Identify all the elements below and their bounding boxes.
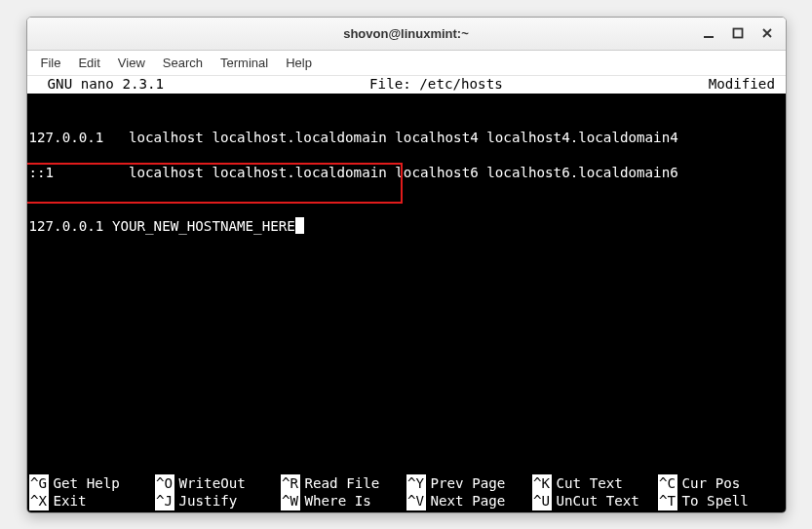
- menubar: File Edit View Search Terminal Help: [27, 51, 786, 76]
- shortcut-uncut-text: ^UUnCut Text: [532, 492, 658, 510]
- shortcut-cut-text: ^KCut Text: [532, 474, 658, 492]
- window-title: shovon@linuxmint:~: [27, 26, 786, 41]
- menu-view[interactable]: View: [110, 53, 153, 73]
- maximize-button[interactable]: [725, 22, 751, 44]
- shortcut-cur-pos: ^CCur Pos: [658, 474, 784, 492]
- menu-help[interactable]: Help: [278, 53, 320, 73]
- svg-rect-0: [704, 36, 714, 38]
- nano-content[interactable]: 127.0.0.1 localhost localhost.localdomai…: [27, 94, 786, 288]
- svg-rect-1: [733, 29, 742, 38]
- text-cursor: [295, 217, 304, 234]
- titlebar: shovon@linuxmint:~: [27, 18, 786, 51]
- menu-search[interactable]: Search: [155, 53, 211, 73]
- nano-version: GNU nano 2.3.1: [27, 76, 165, 94]
- nano-shortcuts: ^GGet Help ^OWriteOut ^RRead File ^YPrev…: [27, 474, 786, 511]
- menu-file[interactable]: File: [33, 53, 69, 73]
- editor-line: 127.0.0.1 YOUR_NEW_HOSTNAME_HERE: [29, 217, 784, 235]
- shortcut-justify: ^JJustify: [155, 492, 281, 510]
- shortcut-next-page: ^VNext Page: [406, 492, 532, 510]
- window-controls: [696, 22, 780, 44]
- editor-line: 127.0.0.1 localhost localhost.localdomai…: [29, 129, 784, 146]
- shortcut-writeout: ^OWriteOut: [155, 474, 281, 492]
- shortcut-read-file: ^RRead File: [281, 474, 406, 492]
- terminal-area[interactable]: GNU nano 2.3.1 File: /etc/hosts Modified…: [27, 76, 786, 512]
- close-button[interactable]: [754, 22, 780, 44]
- editor-line: ::1 localhost localhost.localdomain loca…: [29, 164, 784, 181]
- shortcut-get-help: ^GGet Help: [29, 474, 155, 492]
- shortcut-exit: ^XExit: [29, 492, 155, 510]
- minimize-button[interactable]: [696, 22, 721, 44]
- terminal-window: shovon@linuxmint:~ File Edit View Search…: [26, 17, 787, 513]
- shortcut-to-spell: ^TTo Spell: [658, 492, 784, 510]
- menu-edit[interactable]: Edit: [70, 53, 107, 73]
- menu-terminal[interactable]: Terminal: [213, 53, 276, 73]
- nano-modified: Modified: [709, 76, 786, 94]
- nano-filename: File: /etc/hosts: [369, 76, 503, 94]
- shortcut-prev-page: ^YPrev Page: [406, 474, 532, 492]
- shortcut-where-is: ^WWhere Is: [281, 492, 406, 510]
- nano-header: GNU nano 2.3.1 File: /etc/hosts Modified: [27, 76, 786, 94]
